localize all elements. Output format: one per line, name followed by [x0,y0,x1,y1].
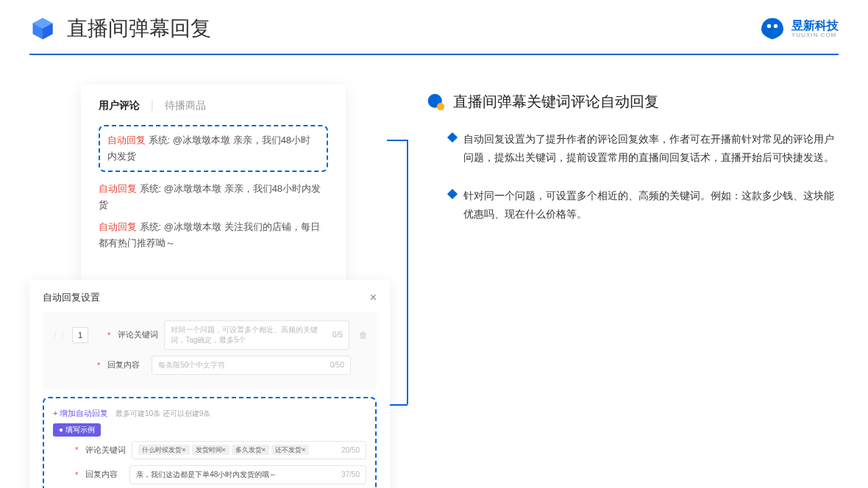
example-content-row: * 回复内容 亲，我们这边都是下单48小时内发货的哦～ 37/50 [53,465,366,484]
auto-reply-tag: 自动回复 [99,183,137,194]
brand-name: 昱新科技 [791,19,839,32]
content-counter: 0/50 [330,361,344,369]
tag-chip: 还不发货× [271,445,309,455]
settings-header: 自动回复设置 × [43,291,377,312]
tag-chip: 发货时间× [192,445,230,455]
diamond-bullet-icon [447,132,458,143]
ex-keyword-input[interactable]: 什么时候发货×发货时间×多久发货×还不发货× 20/50 [132,441,366,459]
keyword-label: 评论关键词 [118,329,158,340]
ex-content-counter: 37/50 [341,470,360,478]
bullet-text: 自动回复设置为了提升作者的评论回复效率，作者可在开播前针对常见的评论用户问题，提… [463,130,839,166]
example-box: + 增加自动回复 最多可建10条 还可以创建9条 ● 填写示例 * 评论关键词 … [43,397,377,488]
tag-chip: 什么时候发货× [138,445,189,455]
tag-chip: 多久发货× [232,445,269,455]
input-placeholder: 对同一个问题，可设置多个相近、高频的关键词，Tag确定，最多5个 [171,325,332,345]
required-mark: * [107,331,110,340]
form-area: ⋮⋮ 1 * 评论关键词 对同一个问题，可设置多个相近、高频的关键词，Tag确定… [43,312,377,390]
connector-line [387,140,408,141]
required-mark: * [97,361,100,370]
comment-row: 自动回复 系统: @冰墩墩本墩 亲亲，我们48小时内发货 [107,132,319,165]
settings-title: 自动回复设置 [43,291,100,304]
diamond-bullet-icon [447,189,458,199]
section-title: 直播间弹幕关键词评论自动回复 [453,92,659,112]
add-hint: 最多可建10条 还可以创建9条 [115,409,210,417]
main-content: 用户评论 | 待播商品 自动回复 系统: @冰墩墩本墩 亲亲，我们48小时内发货… [0,55,868,488]
comment-row: 自动回复 系统: @冰墩墩本墩 关注我们的店铺，每日都有热门推荐呦～ [99,219,328,251]
add-auto-reply-link[interactable]: + 增加自动回复 [53,409,108,417]
brand-icon [759,15,786,42]
ex-content-label: 回复内容 [85,469,124,480]
comments-panel: 用户评论 | 待播商品 自动回复 系统: @冰墩墩本墩 亲亲，我们48小时内发货… [81,85,346,287]
required-mark: * [75,470,78,479]
header-left: 直播间弹幕回复 [29,15,211,43]
page-header: 直播间弹幕回复 昱新科技 YUUXIN.COM [0,0,868,54]
tab-pending-goods[interactable]: 待播商品 [165,99,206,114]
ex-kw-counter: 20/50 [341,446,360,454]
bullet-item: 自动回复设置为了提升作者的评论回复效率，作者可在开播前针对常见的评论用户问题，提… [427,130,839,166]
connector-line [407,140,408,404]
required-mark: * [75,445,78,454]
form-row-keyword: ⋮⋮ 1 * 评论关键词 对同一个问题，可设置多个相近、高频的关键词，Tag确定… [51,320,368,350]
settings-panel: 自动回复设置 × ⋮⋮ 1 * 评论关键词 对同一个问题，可设置多个相近、高频的… [29,280,390,488]
content-input[interactable]: 每条限50个中文字符 0/50 [152,356,351,375]
page-title: 直播间弹幕回复 [67,15,211,43]
chat-bubble-icon [427,93,446,112]
comment-tabs: 用户评论 | 待播商品 [99,99,328,114]
svg-point-3 [767,24,771,28]
keyword-input[interactable]: 对同一个问题，可设置多个相近、高频的关键词，Tag确定，最多5个 0/5 [164,320,349,350]
svg-point-4 [774,24,778,28]
content-label: 回复内容 [107,359,146,370]
bullet-item: 针对同一个问题，可设置多个相近的、高频的关键词。例如：这款多少钱、这块能优惠吗、… [427,187,839,223]
brand-text-group: 昱新科技 YUUXIN.COM [791,19,839,39]
right-column: 直播间弹幕关键词评论自动回复 自动回复设置为了提升作者的评论回复效率，作者可在开… [427,85,839,488]
auto-reply-tag: 自动回复 [107,134,146,146]
example-badge: ● 填写示例 [53,423,101,437]
add-row: + 增加自动回复 最多可建10条 还可以创建9条 [53,406,366,419]
bullet-text: 针对同一个问题，可设置多个相近的、高频的关键词。例如：这款多少钱、这块能优惠吗、… [463,187,839,223]
left-column: 用户评论 | 待播商品 自动回复 系统: @冰墩墩本墩 亲亲，我们48小时内发货… [29,85,397,488]
comment-row: 自动回复 系统: @冰墩墩本墩 亲亲，我们48小时内发货 [99,181,328,213]
section-header: 直播间弹幕关键词评论自动回复 [427,92,839,112]
auto-reply-tag: 自动回复 [99,221,137,232]
brand-sub: YUUXIN.COM [791,32,839,38]
form-row-content: * 回复内容 每条限50个中文字符 0/50 [51,356,368,375]
cube-icon [29,15,56,42]
ex-content-input[interactable]: 亲，我们这边都是下单48小时内发货的哦～ 37/50 [129,465,366,484]
tab-separator: | [151,99,154,114]
highlighted-comment: 自动回复 系统: @冰墩墩本墩 亲亲，我们48小时内发货 [99,125,328,172]
keyword-counter: 0/5 [332,331,343,339]
row-index: 1 [72,327,88,343]
example-keyword-row: * 评论关键词 什么时候发货×发货时间×多久发货×还不发货× 20/50 [53,441,366,459]
close-icon[interactable]: × [370,291,377,304]
ex-keyword-label: 评论关键词 [85,445,126,456]
ex-tags: 什么时候发货×发货时间×多久发货×还不发货× [138,445,311,455]
drag-handle-icon[interactable]: ⋮⋮ [51,331,66,339]
svg-point-6 [437,102,444,110]
ex-content-value: 亲，我们这边都是下单48小时内发货的哦～ [136,470,277,480]
input-placeholder: 每条限50个中文字符 [158,360,225,370]
delete-icon[interactable]: 🗑 [359,330,368,340]
tab-user-comments[interactable]: 用户评论 [99,99,140,114]
brand-logo: 昱新科技 YUUXIN.COM [759,15,839,42]
